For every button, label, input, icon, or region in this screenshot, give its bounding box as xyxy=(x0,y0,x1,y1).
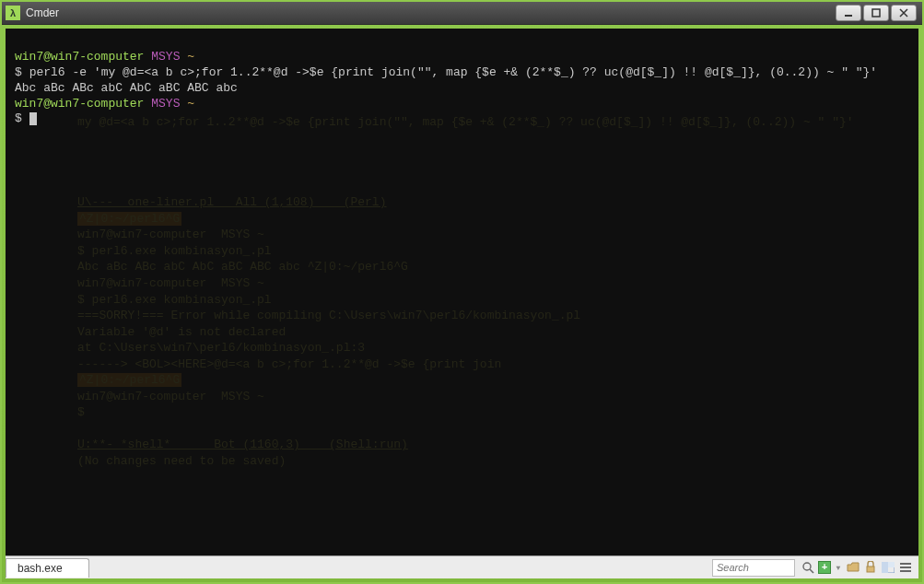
tab-bash[interactable]: bash.exe xyxy=(6,558,89,578)
titlebar[interactable]: λ Cmder xyxy=(2,2,922,25)
prompt-symbol: $ xyxy=(15,65,22,79)
search-icon[interactable] xyxy=(801,560,815,575)
svg-line-3 xyxy=(810,569,813,573)
prompt-user: win7@win7-computer xyxy=(15,97,144,111)
minimize-button[interactable] xyxy=(836,5,861,21)
statusbar: bash.exe + ▼ xyxy=(6,555,918,578)
svg-rect-0 xyxy=(845,15,852,17)
svg-rect-9 xyxy=(900,566,911,568)
app-window: λ Cmder win7@win7-computer MSYS ~ $ perl… xyxy=(0,0,924,584)
maximize-icon xyxy=(871,8,881,18)
svg-rect-6 xyxy=(882,562,888,573)
minimize-icon xyxy=(844,8,853,18)
svg-rect-4 xyxy=(867,566,874,572)
status-icons: + ▼ xyxy=(795,560,918,575)
hamburger-icon xyxy=(900,562,911,573)
close-button[interactable] xyxy=(891,5,917,21)
menu-icon[interactable] xyxy=(898,560,913,575)
svg-rect-10 xyxy=(900,570,911,572)
command-output: Abc aBc ABc abC AbC aBC ABC abc xyxy=(15,81,238,95)
svg-rect-1 xyxy=(872,9,880,17)
window-controls xyxy=(836,5,917,21)
maximize-button[interactable] xyxy=(863,5,889,21)
terminal-pane[interactable]: win7@win7-computer MSYS ~ $ perl6 -e 'my… xyxy=(6,29,918,555)
svg-point-2 xyxy=(803,563,811,570)
svg-rect-7 xyxy=(888,562,895,567)
prompt-path: ~ xyxy=(187,50,194,64)
folder-glyph-icon xyxy=(847,561,860,574)
panes-glyph-icon xyxy=(882,562,895,573)
prompt-system: MSYS xyxy=(151,50,180,64)
app-icon: λ xyxy=(6,6,20,20)
folder-icon[interactable] xyxy=(846,560,860,575)
background-ghost-text: my @d=<a b c>;for 1..2**@d ->$e {print j… xyxy=(77,98,900,537)
new-tab-button[interactable]: + xyxy=(818,561,831,574)
magnifier-icon xyxy=(802,562,814,574)
prompt-system: MSYS xyxy=(151,97,180,111)
new-tab-dropdown[interactable]: ▼ xyxy=(834,560,843,575)
search-input[interactable] xyxy=(712,559,795,577)
svg-rect-8 xyxy=(900,563,911,565)
lock-icon[interactable] xyxy=(863,560,878,575)
command-line: perl6 -e 'my @d=<a b c>;for 1..2**@d ->$… xyxy=(29,65,878,79)
prompt-user: win7@win7-computer xyxy=(15,50,144,64)
prompt-path: ~ xyxy=(187,97,194,111)
cursor xyxy=(29,112,37,125)
close-icon xyxy=(899,8,908,18)
lock-glyph-icon xyxy=(865,561,876,574)
window-title: Cmder xyxy=(26,6,836,19)
panes-icon[interactable] xyxy=(881,560,895,575)
prompt-symbol: $ xyxy=(15,111,22,125)
